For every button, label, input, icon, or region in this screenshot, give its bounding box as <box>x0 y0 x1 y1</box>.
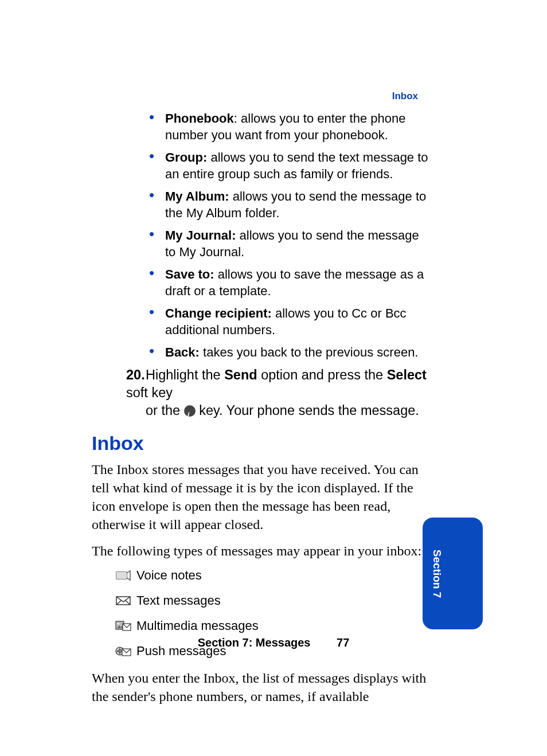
footer-page-number: 77 <box>337 636 349 649</box>
option-phonebook: Phonebook: allows you to enter the phone… <box>149 110 430 143</box>
option-back: Back: takes you back to the previous scr… <box>149 344 430 361</box>
step-text: option and press the <box>257 367 387 382</box>
option-sep: : <box>234 111 241 126</box>
envelope-icon <box>115 594 132 607</box>
inbox-para-3: When you enter the Inbox, the list of me… <box>92 669 430 706</box>
option-term: Phonebook <box>165 111 234 126</box>
voice-note-icon <box>115 569 132 582</box>
options-list: Phonebook: allows you to enter the phone… <box>149 110 430 361</box>
option-change-recipient: Change recipient: allows you to Cc or Bc… <box>149 305 430 338</box>
option-my-album: My Album: allows you to send the message… <box>149 188 430 221</box>
step-bold-send: Send <box>224 367 257 382</box>
step-text: soft key <box>126 385 173 400</box>
option-term: Back: <box>165 345 200 359</box>
inbox-para-2: The following types of messages may appe… <box>92 542 430 560</box>
msg-type-label: Multimedia messages <box>136 618 259 633</box>
footer-section: Section 7: Messages <box>198 636 311 649</box>
page-footer: Section 7: Messages 77 <box>0 636 547 649</box>
msg-type-voice-notes: Voice notes <box>115 568 430 583</box>
option-term: Group: <box>165 150 207 164</box>
step-bold-select: Select <box>387 367 427 382</box>
option-save-to: Save to: allows you to save the message … <box>149 266 430 299</box>
step-text: Highlight the <box>146 367 224 382</box>
step-number: 20. <box>126 366 146 384</box>
msg-type-multimedia: Multimedia messages <box>115 618 430 633</box>
option-desc: takes you back to the previous screen. <box>203 345 418 359</box>
option-term: Change recipient: <box>165 306 272 320</box>
step-line2: or the key. Your phone sends the message… <box>146 402 430 420</box>
section-tab-label: Section 7 <box>431 549 443 597</box>
option-group: Group: allows you to send the text messa… <box>149 149 430 182</box>
step-20: 20.Highlight the Send option and press t… <box>126 366 430 420</box>
option-term: Save to: <box>165 267 214 281</box>
mms-icon <box>115 620 132 632</box>
option-term: My Album: <box>165 189 229 203</box>
step-text: key. Your phone sends the message. <box>196 403 419 418</box>
running-head: Inbox <box>392 91 418 102</box>
msg-type-label: Voice notes <box>136 568 202 583</box>
option-term: My Journal: <box>165 228 236 242</box>
svg-point-2 <box>118 623 119 625</box>
msg-type-text: Text messages <box>115 593 430 608</box>
msg-type-label: Text messages <box>136 593 221 608</box>
heading-inbox: Inbox <box>92 432 430 455</box>
inbox-para-1: The Inbox stores messages that you have … <box>92 460 430 534</box>
option-my-journal: My Journal: allows you to send the messa… <box>149 227 430 260</box>
step-body: Highlight the Send option and press the … <box>126 367 427 400</box>
step-text: or the <box>146 403 184 418</box>
section-tab: Section 7 <box>423 518 483 629</box>
ok-key-icon <box>184 405 196 417</box>
